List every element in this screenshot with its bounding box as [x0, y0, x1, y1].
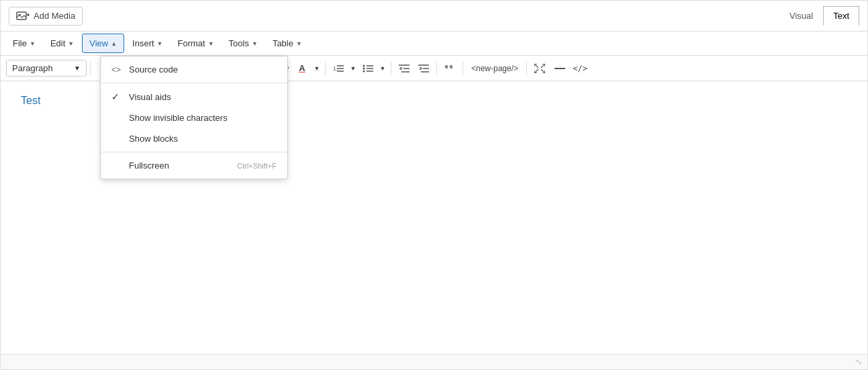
- menu-insert-label: Insert: [132, 38, 154, 48]
- tab-visual[interactable]: Visual: [779, 6, 823, 26]
- menu-file[interactable]: File: [6, 34, 42, 52]
- dropdown-sep-2: [101, 152, 287, 152]
- blockquote-button[interactable]: [440, 60, 459, 77]
- menu-insert-arrow: [157, 40, 163, 47]
- fullscreen-shortcut: Ctrl+Shift+F: [237, 162, 277, 170]
- paragraph-label: Paragraph: [12, 63, 53, 73]
- add-media-icon: [16, 11, 30, 21]
- fullscreen-button[interactable]: [530, 60, 549, 77]
- unordered-list-arrow[interactable]: ▼: [378, 60, 387, 77]
- bg-color-button[interactable]: A: [293, 60, 311, 77]
- svg-point-25: [363, 67, 365, 69]
- toolbar-sep-8: [526, 62, 527, 75]
- hr-button[interactable]: [550, 60, 569, 77]
- unordered-list-button[interactable]: [358, 60, 377, 77]
- menu-edit[interactable]: Edit: [44, 34, 81, 52]
- menu-tools-arrow: [252, 40, 258, 47]
- paragraph-select[interactable]: Paragraph ▼: [6, 60, 87, 77]
- menu-file-label: File: [13, 38, 27, 48]
- editor-wrapper: Add Media Visual Text File Edit View Ins…: [0, 0, 868, 370]
- ordered-list-arrow[interactable]: ▼: [348, 60, 358, 77]
- toolbar-sep-1: [90, 62, 91, 75]
- menu-format[interactable]: Format: [171, 34, 221, 52]
- svg-point-24: [363, 64, 365, 66]
- menu-bar: File Edit View Insert Format Tools: [1, 32, 867, 56]
- fullscreen-icon: [534, 64, 545, 73]
- menu-format-arrow: [208, 40, 214, 47]
- dropdown-item-visual-aids[interactable]: ✓ Visual aids: [101, 86, 287, 107]
- menu-file-arrow: [30, 40, 36, 47]
- menu-format-label: Format: [178, 38, 205, 48]
- lists-group: 1. ▼ ▼: [329, 60, 387, 77]
- menu-table-label: Table: [273, 38, 293, 48]
- source-code-icon: <>: [111, 65, 122, 75]
- view-dropdown-menu: <> Source code ✓ Visual aids Show invisi…: [100, 56, 288, 179]
- menu-view-label: View: [89, 38, 108, 48]
- bg-color-icon: A: [299, 63, 305, 73]
- dropdown-item-fullscreen[interactable]: Fullscreen Ctrl+Shift+F: [101, 155, 287, 176]
- top-bar: Add Media Visual Text: [1, 1, 867, 32]
- menu-tools-label: Tools: [229, 38, 249, 48]
- menu-view-arrow: [111, 40, 117, 47]
- toolbar-sep-5: [391, 62, 391, 75]
- svg-line-37: [541, 64, 545, 68]
- dropdown-item-show-blocks[interactable]: Show blocks: [101, 128, 287, 149]
- dropdown-sep-1: [101, 83, 287, 83]
- menu-bar-wrapper: File Edit View Insert Format Tools: [1, 32, 867, 56]
- svg-line-38: [534, 69, 538, 73]
- toolbar-sep-7: [463, 62, 463, 75]
- hr-icon: [554, 64, 565, 73]
- outdent-icon: [399, 64, 409, 73]
- dropdown-item-show-invisible[interactable]: Show invisible characters: [101, 107, 287, 128]
- bg-color-arrow[interactable]: ▼: [312, 60, 322, 77]
- visual-aids-label: Visual aids: [129, 92, 171, 102]
- menu-tools[interactable]: Tools: [222, 34, 264, 52]
- menu-table-arrow: [296, 40, 302, 47]
- outdent-button[interactable]: [395, 60, 414, 77]
- indent-button[interactable]: [414, 60, 433, 77]
- indent-group: [395, 60, 433, 77]
- show-blocks-label: Show blocks: [129, 134, 178, 144]
- toolbar-sep-4: [325, 62, 326, 75]
- menu-edit-label: Edit: [50, 38, 65, 48]
- source-code-button[interactable]: </>: [571, 60, 589, 77]
- menu-edit-arrow: [68, 40, 74, 47]
- menu-view[interactable]: View: [82, 34, 124, 53]
- new-page-button[interactable]: <new-page/>: [467, 60, 523, 77]
- add-media-button[interactable]: Add Media: [9, 7, 83, 26]
- editor-text: Test: [21, 95, 40, 106]
- indent-icon: [418, 64, 429, 73]
- menu-insert[interactable]: Insert: [126, 34, 169, 52]
- source-code-label: Source code: [129, 64, 178, 75]
- view-tabs: Visual Text: [779, 6, 859, 26]
- tab-text[interactable]: Text: [823, 6, 859, 26]
- show-invisible-label: Show invisible characters: [129, 113, 228, 123]
- add-media-label: Add Media: [34, 11, 75, 21]
- unordered-list-icon: [363, 64, 373, 73]
- ordered-list-button[interactable]: 1.: [329, 60, 348, 77]
- visual-aids-check-icon: ✓: [111, 91, 122, 102]
- paragraph-arrow-icon: ▼: [74, 64, 81, 72]
- resize-handle[interactable]: ⤡: [855, 357, 862, 367]
- svg-line-36: [534, 64, 538, 68]
- dropdown-item-source-code[interactable]: <> Source code: [101, 59, 287, 80]
- toolbar-sep-6: [436, 62, 437, 75]
- fullscreen-label: Fullscreen: [129, 160, 169, 171]
- ordered-list-icon: 1.: [333, 64, 344, 73]
- svg-line-39: [541, 69, 545, 73]
- blockquote-icon: [444, 64, 455, 73]
- menu-table[interactable]: Table: [266, 34, 309, 52]
- new-page-label: <new-page/>: [471, 64, 518, 73]
- status-bar: ⤡: [1, 354, 867, 369]
- svg-point-26: [363, 70, 365, 72]
